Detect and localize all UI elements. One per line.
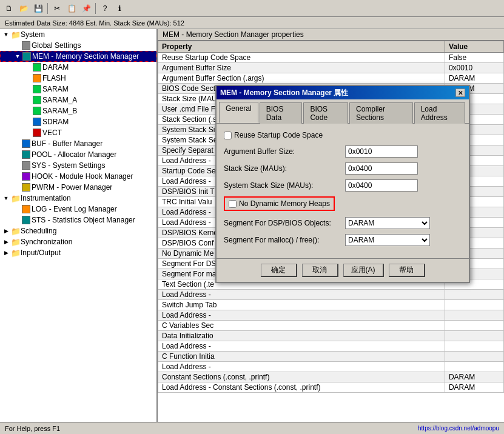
apply-button[interactable]: 应用(A) [343, 264, 384, 277]
copy-button[interactable]: 📋 [65, 2, 78, 15]
expander-synchronization[interactable]: ▶ [1, 239, 11, 245]
tab-compiler-sections[interactable]: Compiler Sections [349, 102, 413, 124]
stack-size-input[interactable] [345, 162, 418, 175]
tree-instrumentation[interactable]: ▼ 📁 Instrumentation [0, 193, 156, 204]
new-button[interactable]: 🗋 [2, 2, 16, 15]
tree-log[interactable]: LOG - Event Log Manager [0, 204, 156, 215]
tree-pwrm[interactable]: PWRM - Power Manager [0, 182, 156, 193]
table-row[interactable]: Switch Jump Tab [158, 300, 504, 310]
tree-flash[interactable]: FLASH [0, 73, 156, 84]
tree-saram-b[interactable]: SARAM_B [0, 105, 156, 116]
seg-dsp-select[interactable]: DARAM SARAM FLASH [345, 217, 430, 229]
tree-scheduling[interactable]: ▶ 📁 Scheduling [0, 225, 156, 236]
tree-synchronization[interactable]: ▶ 📁 Synchronization [0, 236, 156, 247]
mem-icon [22, 52, 31, 61]
dialog-tab-bar: General BIOS Data BIOS Code Compiler Sec… [217, 99, 469, 124]
tree-saram[interactable]: SARAM [0, 84, 156, 95]
value-cell [445, 362, 503, 372]
tree-pool[interactable]: POOL - Allocator Manager [0, 149, 156, 160]
buf-label: BUF - Buffer Manager [32, 139, 102, 148]
system-icon: 📁 [11, 30, 21, 39]
table-row[interactable]: Load Address - Constant Sections (.const… [158, 382, 504, 393]
tree-sys[interactable]: SYS - System Settings [0, 160, 156, 171]
table-row[interactable]: Data Initializatio [158, 331, 504, 341]
save-button[interactable]: 💾 [32, 2, 45, 15]
expander-sdram [23, 119, 33, 125]
property-cell: Load Address - [158, 362, 445, 372]
seg-malloc-select[interactable]: DARAM SARAM FLASH [345, 234, 430, 246]
tree-global[interactable]: Global Settings [0, 40, 156, 51]
expander-vect [23, 130, 33, 136]
saram-a-icon [33, 96, 41, 104]
inputoutput-label: Input/Output [21, 249, 61, 257]
expander-instrumentation[interactable]: ▼ [1, 195, 11, 201]
pwrm-label: PWRM - Power Manager [32, 183, 112, 192]
tab-bios-data[interactable]: BIOS Data [260, 102, 303, 124]
value-cell [445, 352, 503, 362]
table-row[interactable]: Argument Buffer Size0x0010 [158, 63, 504, 73]
expander-sys [12, 162, 22, 169]
dialog-close-button[interactable]: ✕ [455, 88, 465, 97]
arg-buffer-input[interactable] [345, 145, 418, 158]
open-button[interactable]: 📂 [17, 2, 30, 15]
properties-dialog: MEM - Memory Section Manager 属性 ✕ Genera… [215, 85, 470, 283]
table-row[interactable]: C Variables Sec [158, 321, 504, 331]
expander-system[interactable]: ▼ [1, 32, 11, 38]
cancel-button[interactable]: 取消 [302, 264, 338, 277]
inputoutput-icon: 📁 [11, 249, 21, 258]
table-row[interactable]: Load Address - [158, 310, 504, 321]
help-dialog-button[interactable]: 帮助 [389, 264, 425, 277]
value-cell: False [445, 53, 503, 63]
reuse-startup-checkbox[interactable] [224, 132, 232, 139]
tree-system[interactable]: ▼ 📁 System [0, 29, 156, 40]
expander-inputoutput[interactable]: ▶ [1, 250, 11, 256]
ok-button[interactable]: 确定 [261, 264, 297, 277]
tree-hook[interactable]: HOOK - Module Hook Manager [0, 171, 156, 182]
table-row[interactable]: C Function Initia [158, 352, 504, 362]
tree-mem[interactable]: ▼ MEM - Memory Section Manager [0, 51, 156, 62]
expander-mem[interactable]: ▼ [13, 53, 22, 59]
prop-header: MEM - Memory Section Manager properties [158, 29, 504, 41]
property-cell: Switch Jump Tab [158, 300, 445, 310]
table-row[interactable]: Reuse Startup Code SpaceFalse [158, 53, 504, 63]
sep2 [95, 3, 96, 14]
log-icon [22, 205, 30, 213]
stack-size-row: Stack Size (MAUs): [224, 162, 462, 175]
tab-load-address[interactable]: Load Address [414, 102, 465, 124]
property-cell: C Function Initia [158, 352, 445, 362]
tree-inputoutput[interactable]: ▶ 📁 Input/Output [0, 247, 156, 258]
expander-log [12, 206, 22, 212]
dialog-form: Reuse Startup Code Space Argument Buffer… [217, 124, 469, 258]
no-dynamic-checkbox[interactable] [229, 200, 237, 208]
about-button[interactable]: ℹ [113, 2, 126, 15]
tab-general[interactable]: General [219, 102, 258, 123]
sts-label: STS - Statistics Object Manager [32, 216, 135, 224]
arg-buffer-label: Argument Buffer Size: [224, 147, 345, 156]
tree-sdram[interactable]: SDRAM [0, 116, 156, 127]
table-row[interactable]: Constant Sections (.const, .printf)DARAM [158, 372, 504, 382]
tree-daram[interactable]: DARAM [0, 62, 156, 73]
table-row[interactable]: Load Address - [158, 362, 504, 372]
tab-bios-code[interactable]: BIOS Code [303, 102, 348, 124]
value-cell [445, 341, 503, 352]
table-row[interactable]: Load Address - [158, 341, 504, 352]
help-button[interactable]: ? [98, 2, 112, 15]
global-icon [22, 41, 30, 50]
property-cell: Argument Buffer Section (.args) [158, 73, 445, 84]
tree-saram-a[interactable]: SARAM_A [0, 95, 156, 105]
instrumentation-label: Instrumentation [21, 194, 71, 202]
value-cell [445, 290, 503, 300]
tree-sts[interactable]: STS - Statistics Object Manager [0, 215, 156, 225]
tree-vect[interactable]: VECT [0, 127, 156, 138]
reuse-startup-label[interactable]: Reuse Startup Code Space [224, 131, 462, 139]
value-cell [445, 331, 503, 341]
tree-buf[interactable]: BUF - Buffer Manager [0, 138, 156, 149]
table-row[interactable]: Load Address - [158, 290, 504, 300]
paste-button[interactable]: 📌 [79, 2, 93, 15]
system-stack-input[interactable] [345, 179, 418, 192]
expander-scheduling[interactable]: ▶ [1, 228, 11, 234]
table-row[interactable]: Argument Buffer Section (.args)DARAM [158, 73, 504, 84]
expander-saram-a [23, 97, 33, 103]
est-text: Estimated Data Size: 4848 Est. Min. Stac… [5, 19, 184, 27]
cut-button[interactable]: ✂ [50, 2, 64, 15]
